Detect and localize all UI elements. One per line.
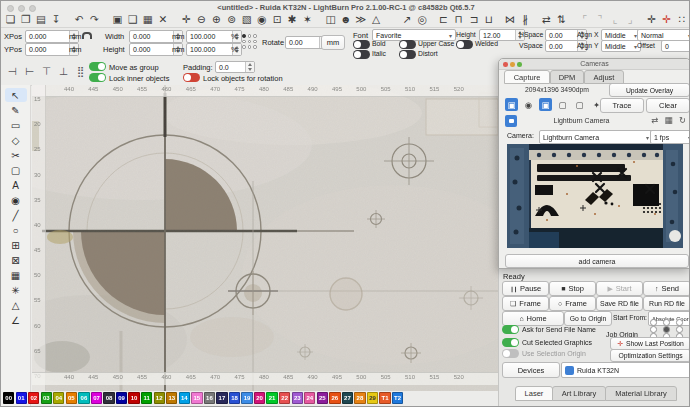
angle-snap-tool[interactable]: ∠ xyxy=(5,313,27,327)
layer-color-chip[interactable]: 21 xyxy=(266,392,277,404)
array-tool[interactable]: ▦ xyxy=(5,268,27,282)
layer-color-chip[interactable]: 15 xyxy=(191,392,202,404)
overlay-image-icon[interactable]: ▣ xyxy=(505,98,518,111)
send-button[interactable]: ↑Send xyxy=(643,281,690,296)
copy-icon[interactable]: ❑ xyxy=(126,11,139,26)
grid-snap-icon[interactable]: ∷ xyxy=(675,11,688,26)
frame-selection-icon[interactable]: ▧ xyxy=(240,11,253,26)
zoom-out-icon[interactable]: ⊖ xyxy=(195,11,208,26)
laser-position-icon[interactable]: ✛ xyxy=(660,11,673,26)
use-selection-origin-toggle[interactable] xyxy=(502,349,519,358)
layer-color-chip[interactable]: 18 xyxy=(229,392,240,404)
run-rd-file-button[interactable]: Run RD file xyxy=(643,296,690,311)
move-corner-tr-icon[interactable]: ⌝ xyxy=(593,11,606,26)
distort-toggle[interactable] xyxy=(399,50,416,59)
position-laser-tool[interactable]: ◉ xyxy=(5,193,27,207)
update-overlay-button[interactable]: Update Overlay xyxy=(609,83,690,97)
layer-color-chip[interactable]: 06 xyxy=(78,392,89,404)
move-as-group-toggle[interactable] xyxy=(89,62,106,71)
optimization-settings-button[interactable]: Optimization Settings xyxy=(610,349,690,362)
draw-lines-tool[interactable]: ✎ xyxy=(5,103,27,117)
save-rd-file-button[interactable]: Save RD file xyxy=(596,296,643,311)
import-icon[interactable]: ↧ xyxy=(49,11,62,26)
boolean-difference-tool[interactable]: ⊠ xyxy=(5,253,27,267)
layer-color-chip[interactable]: 12 xyxy=(154,392,165,404)
layer-color-chip[interactable]: 05 xyxy=(66,392,77,404)
flip-v-icon[interactable]: ⇅ xyxy=(555,11,568,26)
fade-full-icon[interactable]: ▢ xyxy=(573,98,586,111)
layer-color-chip[interactable]: T1 xyxy=(379,392,390,404)
text-tool[interactable]: A xyxy=(5,178,27,192)
undo-icon[interactable]: ↶ xyxy=(73,11,86,26)
layer-color-chip[interactable]: T2 xyxy=(392,392,403,404)
tab-laser[interactable]: Laser xyxy=(515,386,553,401)
units-button[interactable]: mm xyxy=(321,35,345,50)
camera-link-icon[interactable]: ⇄ xyxy=(649,115,660,125)
offset-input[interactable]: 0 xyxy=(661,40,690,52)
warnings-icon[interactable]: △ xyxy=(369,11,382,26)
measure-tool[interactable]: ╱ xyxy=(5,208,27,222)
layer-color-chip[interactable]: 03 xyxy=(41,392,52,404)
clear-button[interactable]: Clear xyxy=(646,98,690,113)
devices-button[interactable]: Devices xyxy=(502,362,560,378)
delete-icon[interactable]: ✕ xyxy=(156,11,169,26)
open-file-icon[interactable]: ❐ xyxy=(19,11,32,26)
bold-toggle[interactable] xyxy=(353,40,370,49)
layer-color-chip[interactable]: 01 xyxy=(16,392,27,404)
tab-art-library[interactable]: Art Library xyxy=(552,386,606,401)
push-left-icon[interactable]: ⊣ xyxy=(5,63,20,78)
zoom-in-icon[interactable]: ⊕ xyxy=(210,11,223,26)
paste-image-icon[interactable]: ▣ xyxy=(111,11,124,26)
layer-color-chip[interactable]: 22 xyxy=(279,392,290,404)
tab-material-library[interactable]: Material Library xyxy=(605,386,677,401)
anchor-point-selector[interactable] xyxy=(242,34,257,49)
tab-dpm[interactable]: DPM xyxy=(550,70,584,84)
align-left-icon[interactable]: ⊏ xyxy=(437,11,450,26)
polygon-tool[interactable]: ◇ xyxy=(5,133,27,147)
start-button[interactable]: ▶Start xyxy=(596,281,643,296)
device-select[interactable]: Ruida KT32N▾ xyxy=(561,362,690,378)
preview-icon[interactable]: ⊡ xyxy=(271,11,284,26)
fade-half-icon[interactable]: ▢ xyxy=(556,98,569,111)
convex-hull-tool[interactable]: △ xyxy=(5,298,27,312)
layer-color-chip[interactable]: 00 xyxy=(3,392,14,404)
home-button[interactable]: ⌂Home xyxy=(502,311,564,326)
tab-capture[interactable]: Capture xyxy=(504,70,550,84)
fps-select[interactable]: 1 fps▾ xyxy=(650,130,690,144)
ask-send-filename-toggle[interactable] xyxy=(502,325,519,334)
rounded-rectangle-tool[interactable]: ▢ xyxy=(5,163,27,177)
new-file-icon[interactable]: ❏ xyxy=(4,11,17,26)
layer-color-chip[interactable]: 11 xyxy=(141,392,152,404)
layer-color-chip[interactable]: 14 xyxy=(179,392,190,404)
workspace-canvas[interactable]: 4404454504554604654704754804854904955005… xyxy=(32,85,501,391)
distribute-h-icon[interactable]: ⋈ xyxy=(504,11,517,26)
user-icon[interactable]: ☻ xyxy=(339,11,352,26)
layer-color-chip[interactable]: 26 xyxy=(329,392,340,404)
show-overlay-eye-icon[interactable]: ◉ xyxy=(522,98,535,111)
zoom-fit-icon[interactable]: ⊚ xyxy=(225,11,238,26)
stop-button[interactable]: ■Stop xyxy=(549,281,596,296)
rectangle-tool[interactable]: ▭ xyxy=(5,118,27,132)
frame-rect-button[interactable]: ❏Frame xyxy=(502,296,549,311)
padding-input[interactable]: 0.0 xyxy=(215,61,255,73)
save-file-icon[interactable]: ▤ xyxy=(34,11,47,26)
dock-grid-icon[interactable]: ⣿ xyxy=(73,63,88,78)
align-right-icon[interactable]: ⊐ xyxy=(467,11,480,26)
italic-toggle[interactable] xyxy=(353,50,370,59)
align-bottom-icon[interactable]: ⊔ xyxy=(482,11,495,26)
select-tool[interactable]: ↖ xyxy=(5,88,27,102)
move-corner-br-icon[interactable]: ⌟ xyxy=(624,11,637,26)
layer-color-chip[interactable]: 04 xyxy=(53,392,64,404)
layer-color-chip[interactable]: 02 xyxy=(28,392,39,404)
move-corner-tl-icon[interactable]: ⌜ xyxy=(578,11,591,26)
push-right-icon[interactable]: ⊢ xyxy=(22,63,37,78)
add-camera-button[interactable]: add camera xyxy=(505,254,689,268)
multi-user-icon[interactable]: ◫ xyxy=(324,11,337,26)
layer-color-chip[interactable]: 23 xyxy=(292,392,303,404)
goto-origin-button[interactable]: Go to Origin xyxy=(564,311,612,326)
layer-color-chip[interactable]: 29 xyxy=(367,392,378,404)
camera-capture-icon[interactable]: ◉ xyxy=(255,11,268,26)
boolean-union-tool[interactable]: ⊞ xyxy=(5,238,27,252)
pan-tool-icon[interactable]: ✛ xyxy=(180,11,193,26)
push-down-icon[interactable]: ⊥ xyxy=(56,63,71,78)
